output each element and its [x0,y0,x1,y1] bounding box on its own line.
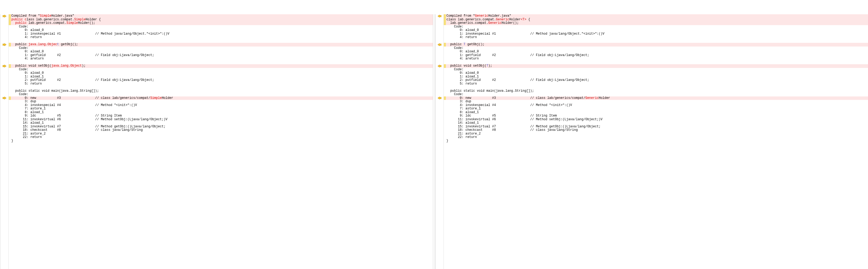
code-text: Code: [446,46,464,50]
right-code-area[interactable]: Compiled from "GenericHolder.java"class … [446,14,868,269]
code-line[interactable]: 8: aload_1 [446,111,868,114]
code-line[interactable]: Code: [446,46,868,50]
merge-right-icon[interactable] [3,97,6,99]
code-line[interactable]: 5: return [11,82,433,86]
gutter-row [435,29,443,32]
code-line[interactable] [11,39,433,43]
code-line[interactable]: 18: checkcast #8 // class java/lang/Stri… [11,128,433,132]
code-line[interactable]: lab.generics.compat.GenericHolder(); [446,22,868,25]
code-line[interactable]: 0: new #3 // class lab/generics/compat/S… [11,96,433,100]
code-line[interactable]: 7: astore_1 [446,107,868,111]
code-line[interactable]: 4: areturn [11,57,433,61]
code-line[interactable]: 9: ldc #5 // String Item [11,114,433,118]
code-line[interactable] [446,61,868,65]
code-line[interactable]: 1: getfield #2 // Field obj:Ljava/lang/O… [11,54,433,57]
code-text: public [11,42,29,46]
code-line[interactable]: 14: aload_1 [11,121,433,125]
code-line[interactable]: 5: return [446,82,868,86]
code-line[interactable]: Code: [11,68,433,72]
code-line[interactable]: 22: return [11,136,433,139]
code-line[interactable]: 1: invokespecial #1 // Method java/lang/… [11,32,433,36]
code-line[interactable]: Compiled from "GenericHolder.java" [446,14,868,18]
code-line[interactable]: public lab.generics.compat.SimpleHolder(… [11,22,433,25]
code-line[interactable]: 11: invokevirtual #6 // Method setObj:(L… [446,118,868,122]
code-line[interactable]: 14: aload_1 [446,121,868,125]
code-line[interactable]: Code: [11,93,433,96]
merge-right-icon[interactable] [3,65,6,67]
code-line[interactable]: 21: astore_2 [11,132,433,136]
gutter-row [435,39,443,43]
code-line[interactable]: 0: aload_0 [11,71,433,75]
code-line[interactable]: Code: [11,46,433,50]
code-text: 0: new #3 // class lab/generics/compat/ [11,96,150,100]
code-line[interactable]: 8: aload_1 [11,111,433,114]
code-line[interactable]: 15: invokevirtual #7 // Method getObj:()… [446,125,868,129]
code-line[interactable]: public T getObj(); [446,43,868,46]
code-line[interactable]: 1: invokespecial #1 // Method java/lang/… [446,32,868,36]
code-line[interactable]: 18: checkcast #8 // class java/lang/Stri… [446,128,868,132]
code-line[interactable]: public static void main(java.lang.String… [446,89,868,93]
stripe-row [9,96,11,100]
left-code-area[interactable]: Compiled from "SimpleHolder.java"public … [11,14,433,269]
code-line[interactable]: public class lab.generics.compat.SimpleH… [11,18,433,22]
code-line[interactable]: 4: return [11,36,433,39]
code-line[interactable]: 3: dup [446,100,868,104]
code-line[interactable]: 1: aload_1 [446,75,868,79]
gutter-row [435,25,443,29]
code-line[interactable]: 1: getfield #2 // Field obj:Ljava/lang/O… [446,54,868,57]
code-line[interactable]: 0: aload_0 [446,29,868,32]
code-line[interactable]: } [446,139,868,143]
merge-left-icon[interactable] [438,15,441,18]
merge-left-icon[interactable] [438,97,441,99]
gutter-row [0,96,8,100]
merge-right-icon[interactable] [3,43,6,46]
code-line[interactable]: 0: aload_0 [11,50,433,54]
code-line[interactable]: class lab.generics.compat.GenericHolder<… [446,18,868,22]
code-text: Holder.java" [488,14,511,18]
code-line[interactable]: public void setObj(T); [446,64,868,68]
code-line[interactable]: 0: aload_0 [446,71,868,75]
code-line[interactable]: } [11,139,433,143]
code-line[interactable] [446,39,868,43]
code-text: 15: invokevirtual #7 // Method getObj:()… [11,125,165,128]
code-line[interactable]: Compiled from "SimpleHolder.java" [11,14,433,18]
code-line[interactable]: Code: [11,25,433,29]
code-line[interactable]: 4: invokespecial #4 // Method "<init>":(… [11,104,433,107]
code-line[interactable]: 4: areturn [446,57,868,61]
code-line[interactable]: public java.lang.Object getObj(); [11,43,433,46]
code-line[interactable]: Code: [446,68,868,72]
code-line[interactable]: public void setObj(java.lang.Object); [11,64,433,68]
stripe-row [9,54,11,57]
code-line[interactable]: Code: [446,25,868,29]
gutter-row [435,64,443,68]
code-line[interactable]: 21: astore_2 [446,132,868,136]
code-line[interactable]: 11: invokevirtual #6 // Method setObj:(L… [11,118,433,122]
code-line[interactable] [11,86,433,89]
code-line[interactable]: 9: ldc #5 // String Item [446,114,868,118]
code-text: public void setObj( [446,64,486,68]
merge-left-icon[interactable] [438,65,441,67]
code-line[interactable]: 0: aload_0 [11,29,433,32]
stripe-row [9,136,11,139]
code-line[interactable]: Code: [446,93,868,96]
code-line[interactable]: public static void main(java.lang.String… [11,89,433,93]
code-line[interactable]: 22: return [446,136,868,139]
code-line[interactable] [446,86,868,89]
code-line[interactable]: 1: aload_1 [11,75,433,79]
code-line[interactable]: 3: dup [11,100,433,104]
code-line[interactable]: 4: return [446,36,868,39]
code-line[interactable] [11,61,433,65]
code-line[interactable]: 0: aload_0 [446,50,868,54]
merge-left-icon[interactable] [438,43,441,46]
code-line[interactable]: 2: putfield #2 // Field obj:Ljava/lang/O… [446,78,868,82]
code-line[interactable]: 0: new #3 // class lab/generics/compat/G… [446,96,868,100]
merge-right-icon[interactable] [3,15,6,18]
stripe-row [9,57,11,61]
code-line[interactable]: 4: invokespecial #4 // Method "<init>":(… [446,104,868,107]
pane-separator[interactable] [433,14,435,269]
code-line[interactable]: 7: astore_1 [11,107,433,111]
diff-text: Generic [496,18,509,22]
svg-marker-7 [438,97,441,99]
code-line[interactable]: 15: invokevirtual #7 // Method getObj:()… [11,125,433,129]
code-line[interactable]: 2: putfield #2 // Field obj:Ljava/lang/O… [11,78,433,82]
